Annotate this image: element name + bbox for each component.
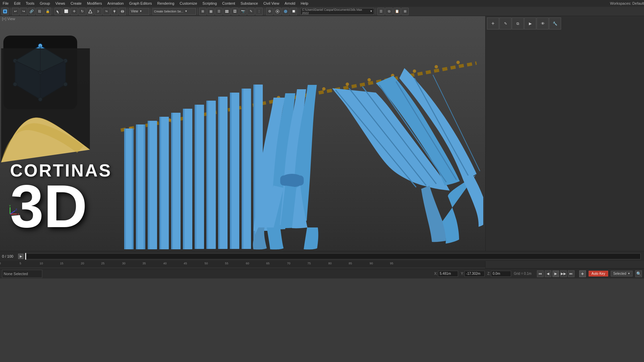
align-btn[interactable]	[119, 8, 126, 15]
y-coord-field: Y: -17.302m	[461, 271, 485, 277]
toolbar-image-btn[interactable]: 🖼	[231, 8, 239, 15]
toolbar-slate-btn[interactable]: 🔲	[290, 8, 297, 15]
toolbar-icon-bind[interactable]: 🔒	[44, 8, 51, 15]
y-value[interactable]: -17.302m	[464, 271, 485, 277]
menu-rendering[interactable]: Rendering	[155, 1, 177, 6]
menu-group[interactable]: Group	[37, 1, 53, 6]
toolbar-copy-btn[interactable]: ⧉	[385, 8, 393, 15]
undo-btn[interactable]: ↩	[12, 8, 19, 15]
menu-create[interactable]: Create	[68, 1, 84, 6]
svg-point-23	[367, 78, 371, 82]
menu-tools[interactable]: Tools	[23, 1, 37, 6]
cmd-hierarchy[interactable]: ⧉	[512, 17, 524, 30]
selected-dropdown[interactable]: Selected ▼	[611, 271, 633, 276]
toolbar-sep-8	[376, 8, 376, 15]
go-start-btn[interactable]: ⏮	[537, 270, 544, 277]
prev-frame-btn[interactable]: ◀	[545, 270, 551, 277]
auto-key-btn[interactable]: Auto Key	[589, 271, 608, 276]
toolbar-icon-1[interactable]	[1, 8, 9, 15]
svg-rect-8	[225, 12, 229, 13]
cmd-motion[interactable]: ▶	[524, 17, 536, 30]
flat-curtains	[124, 85, 263, 249]
selected-dropdown-arrow: ▼	[628, 272, 630, 275]
menu-file[interactable]: File	[0, 1, 11, 6]
search-btn[interactable]: 🔍	[635, 270, 642, 277]
toolbar-camera-btn[interactable]: 📷	[239, 8, 247, 15]
toolbar-sep-7	[299, 8, 299, 15]
menu-help[interactable]: Help	[298, 1, 311, 6]
z-label: Z:	[487, 272, 490, 275]
toolbar-dots-btn[interactable]: ⋮	[255, 8, 263, 15]
playback-controls: ⏮ ◀ ▶ ▶▶ ⏭	[537, 270, 575, 277]
toolbar-icon-link[interactable]: 🔗	[28, 8, 35, 15]
svg-rect-47	[218, 97, 220, 249]
toolbar-sep-1	[10, 8, 10, 15]
menu-customize[interactable]: Customize	[177, 1, 200, 6]
toolbar-material-btn[interactable]	[282, 8, 289, 15]
svg-point-25	[413, 69, 416, 73]
cmd-modify[interactable]: ✎	[499, 17, 511, 30]
num-3[interactable]: 3°	[95, 8, 102, 15]
toolbar-settings-btn[interactable]: ⚙	[266, 8, 273, 15]
toolbar-list2-btn[interactable]: ☰	[377, 8, 385, 15]
menu-modifiers[interactable]: Modifiers	[84, 1, 105, 6]
play-btn[interactable]: ▶	[552, 270, 559, 277]
right-curtain	[332, 68, 483, 244]
menu-graph-editors[interactable]: Graph Editors	[127, 1, 155, 6]
menu-animation[interactable]: Animation	[105, 1, 127, 6]
timeline-display: 0 / 100	[2, 254, 15, 258]
view-dropdown-arrow: ▼	[140, 10, 142, 13]
selection-status-box: None Selected	[2, 270, 42, 278]
scale-btn[interactable]	[87, 8, 94, 15]
y-label: Y:	[461, 272, 464, 275]
toolbar-render-btn[interactable]	[274, 8, 281, 15]
menu-civil-view[interactable]: Civil View	[261, 1, 282, 6]
menu-arnold[interactable]: Arnold	[282, 1, 298, 6]
toolbar-sep-2	[53, 8, 53, 15]
redo-btn[interactable]: ↪	[20, 8, 27, 15]
select-region-btn[interactable]: ⬜	[62, 8, 70, 15]
x-coord-field: X: 5.481m	[434, 271, 458, 277]
menu-substance[interactable]: Substance	[238, 1, 261, 6]
timeline-forward-arrow[interactable]: ▶	[18, 254, 23, 259]
toolbar-table-btn[interactable]: ▦	[207, 8, 214, 15]
move-btn[interactable]: ✛	[70, 8, 78, 15]
cmd-display[interactable]: 👁	[537, 17, 549, 30]
toolbar-list-btn[interactable]: ☰	[215, 8, 222, 15]
rotate-btn[interactable]: ↻	[79, 8, 86, 15]
z-coord-field: Z: 0.0m	[487, 271, 511, 277]
menu-content[interactable]: Content	[219, 1, 238, 6]
path-field[interactable]: C:\Users\Daniel Caspar\Documents\3ds Max…	[300, 8, 374, 15]
timeline-track[interactable]	[25, 253, 641, 259]
next-frame-btn[interactable]: ▶▶	[560, 270, 567, 277]
timeline-playhead[interactable]	[25, 253, 26, 260]
curtains-scene	[114, 36, 483, 251]
select-btn[interactable]	[54, 8, 62, 15]
svg-rect-32	[136, 124, 138, 249]
z-value[interactable]: 0.0m	[491, 271, 511, 277]
toolbar-layers-btn[interactable]	[223, 8, 231, 15]
toolbar-paste-btn[interactable]: 📋	[393, 8, 401, 15]
svg-rect-6	[225, 10, 229, 11]
create-selection-dropdown[interactable]: Create Selection Se... ▼	[152, 8, 196, 15]
toolbar-icon-unlink[interactable]: ⛓	[36, 8, 43, 15]
menu-scripting[interactable]: Scripting	[200, 1, 219, 6]
menu-views[interactable]: Views	[53, 1, 68, 6]
cmd-create[interactable]: +	[487, 17, 499, 30]
x-value[interactable]: 5.481m	[438, 271, 458, 277]
menu-edit[interactable]: Edit	[11, 1, 23, 6]
percent-btn[interactable]: %	[103, 8, 110, 15]
timeline-area: 0 / 100 ▶	[0, 251, 644, 261]
svg-point-26	[435, 65, 438, 68]
cmd-utilities[interactable]: 🔧	[549, 17, 561, 30]
toolbar-grid-btn[interactable]: ⊞	[199, 8, 206, 15]
toolbar-extra-btn[interactable]: ⊞	[401, 8, 409, 15]
go-end-btn[interactable]: ⏭	[568, 270, 575, 277]
add-key-btn[interactable]: +	[579, 270, 586, 277]
toolbar-edit-btn[interactable]: ✎	[247, 8, 255, 15]
svg-rect-39	[171, 113, 173, 249]
mirror-btn[interactable]	[111, 8, 118, 15]
grid-label: Grid = 0.1m	[514, 272, 532, 275]
svg-text:X: X	[17, 213, 19, 216]
view-dropdown[interactable]: View ▼	[129, 8, 149, 15]
